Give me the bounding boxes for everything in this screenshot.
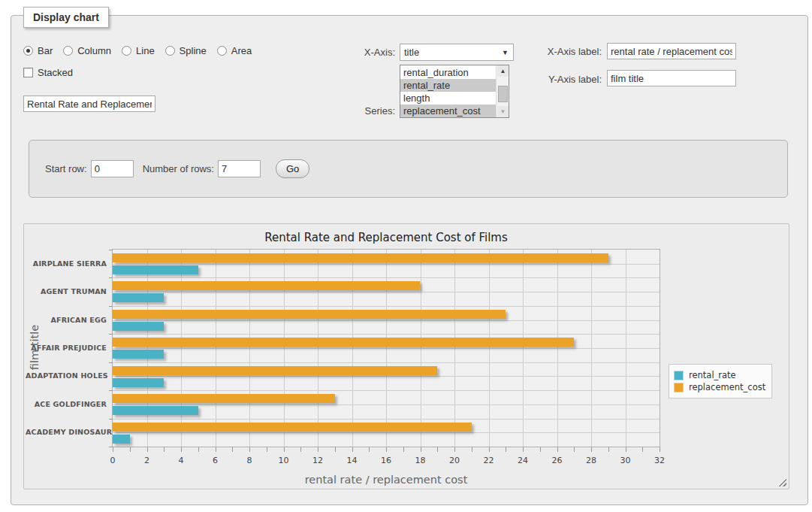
y-axis-label-input[interactable] bbox=[607, 70, 736, 86]
x-tick-mark bbox=[249, 447, 250, 452]
chart-type-radio-bar[interactable] bbox=[23, 46, 33, 56]
y-tick-mark bbox=[109, 390, 113, 391]
y-tick-mark bbox=[109, 306, 113, 307]
x-tick-mark bbox=[335, 447, 336, 452]
bar-rental-rate bbox=[113, 406, 198, 415]
x-tick-label: 10 bbox=[279, 456, 289, 465]
bar-replacement-cost bbox=[113, 281, 420, 290]
gridline-horizontal bbox=[113, 376, 660, 377]
chart-type-radio-line[interactable] bbox=[122, 46, 131, 56]
chart-type-radio-area[interactable] bbox=[217, 46, 227, 56]
x-tick-mark bbox=[506, 447, 506, 452]
x-tick-label: 2 bbox=[144, 456, 149, 465]
page: Display chart BarColumnLineSplineArea St… bbox=[0, 0, 812, 512]
chart-title: Rental Rate and Replacement Cost of Film… bbox=[113, 231, 660, 244]
y-tick-mark bbox=[109, 250, 113, 250]
chart-type-radio-label: Spline bbox=[180, 45, 207, 56]
gridline-horizontal bbox=[113, 404, 660, 405]
series-list-label: Series: bbox=[297, 105, 395, 117]
gridline-horizontal bbox=[113, 432, 660, 433]
x-axis-title: rental rate / replacement cost bbox=[113, 474, 660, 486]
x-tick-mark bbox=[591, 447, 592, 452]
start-row-input[interactable] bbox=[91, 160, 134, 177]
x-tick-mark bbox=[284, 447, 285, 452]
gridline-horizontal bbox=[113, 362, 660, 363]
chart-type-radio-column[interactable] bbox=[63, 46, 73, 56]
x-tick-mark bbox=[386, 447, 387, 452]
x-tick-label: 16 bbox=[381, 456, 391, 465]
go-button[interactable]: Go bbox=[276, 159, 309, 178]
series-option-rental_rate[interactable]: rental_rate bbox=[400, 79, 496, 92]
y-tick-mark bbox=[109, 362, 113, 363]
x-tick-mark bbox=[557, 447, 558, 452]
x-tick-mark bbox=[267, 447, 267, 452]
bar-replacement-cost bbox=[113, 310, 506, 319]
fieldset-legend: Display chart bbox=[23, 7, 109, 28]
x-tick-label: 0 bbox=[110, 456, 116, 465]
x-tick-label: 20 bbox=[449, 456, 460, 465]
x-tick-mark bbox=[437, 447, 438, 452]
x-tick-mark bbox=[198, 447, 199, 452]
x-tick-mark bbox=[318, 447, 318, 452]
bar-rental-rate bbox=[113, 435, 130, 444]
x-axis-label-field-label: X-Axis label: bbox=[500, 46, 602, 57]
gridline-horizontal bbox=[113, 348, 660, 349]
x-axis-select-label: X-Axis: bbox=[297, 47, 395, 58]
x-axis-label-input[interactable] bbox=[607, 43, 736, 59]
chart-type-radio-label: Bar bbox=[38, 45, 53, 56]
x-tick-mark bbox=[523, 447, 524, 452]
x-tick-label: 26 bbox=[552, 456, 563, 465]
x-tick-mark bbox=[181, 447, 182, 452]
x-tick-mark bbox=[540, 447, 541, 452]
x-tick-mark bbox=[489, 447, 490, 452]
num-rows-label: Number of rows: bbox=[143, 163, 214, 174]
y-tick-mark bbox=[109, 334, 113, 335]
num-rows-input[interactable] bbox=[218, 160, 261, 177]
gridline-horizontal bbox=[113, 277, 660, 278]
scroll-down-icon[interactable]: ▼ bbox=[497, 106, 509, 117]
gridline-horizontal bbox=[113, 264, 660, 265]
x-tick-label: 32 bbox=[654, 456, 665, 465]
chart-type-radio-group: BarColumnLineSplineArea bbox=[23, 43, 258, 58]
x-tick-mark bbox=[642, 447, 643, 452]
x-tick-label: 28 bbox=[586, 456, 596, 465]
chart-type-radio-spline[interactable] bbox=[165, 46, 175, 56]
scrollbar-thumb[interactable] bbox=[498, 86, 508, 102]
x-tick-label: 8 bbox=[247, 456, 252, 465]
x-tick-label: 6 bbox=[213, 456, 218, 465]
legend-item: rental_rate bbox=[674, 370, 765, 380]
start-row-label: Start row: bbox=[45, 163, 87, 174]
stacked-label: Stacked bbox=[38, 67, 73, 78]
stacked-checkbox[interactable] bbox=[23, 68, 33, 77]
bar-rental-rate bbox=[113, 322, 164, 331]
legend-label: replacement_cost bbox=[689, 382, 765, 392]
series-option-length[interactable]: length bbox=[400, 92, 496, 105]
gridline-horizontal bbox=[113, 306, 660, 307]
x-tick-mark bbox=[660, 447, 660, 452]
gridline-horizontal bbox=[113, 292, 660, 292]
chart-title-input[interactable] bbox=[23, 95, 155, 112]
x-tick-mark bbox=[113, 447, 113, 452]
bar-replacement-cost bbox=[113, 423, 472, 432]
bar-replacement-cost bbox=[113, 253, 608, 262]
resize-grip-icon[interactable] bbox=[778, 478, 786, 486]
x-tick-mark bbox=[216, 447, 216, 452]
x-tick-mark bbox=[130, 447, 131, 452]
series-listbox[interactable]: rental_durationrental_ratelengthreplacem… bbox=[400, 65, 509, 118]
x-axis-select[interactable]: title ▼ bbox=[400, 44, 514, 61]
bar-rental-rate bbox=[113, 350, 164, 359]
stacked-checkbox-row: Stacked bbox=[23, 67, 79, 78]
bar-rental-rate bbox=[113, 378, 164, 387]
legend-swatch bbox=[674, 383, 684, 392]
legend-swatch bbox=[674, 371, 684, 380]
y-category-label: ACADEMY DINOSAUR bbox=[26, 428, 107, 436]
series-option-rental_duration[interactable]: rental_duration bbox=[400, 66, 496, 79]
bar-replacement-cost bbox=[113, 394, 335, 403]
x-tick-mark bbox=[369, 447, 370, 452]
x-tick-mark bbox=[352, 447, 353, 452]
series-option-replacement_cost[interactable]: replacement_cost bbox=[400, 105, 496, 117]
chart-type-radio-label: Line bbox=[136, 45, 155, 56]
x-tick-mark bbox=[472, 447, 472, 452]
x-tick-label: 12 bbox=[312, 456, 323, 465]
x-tick-label: 22 bbox=[484, 456, 494, 465]
